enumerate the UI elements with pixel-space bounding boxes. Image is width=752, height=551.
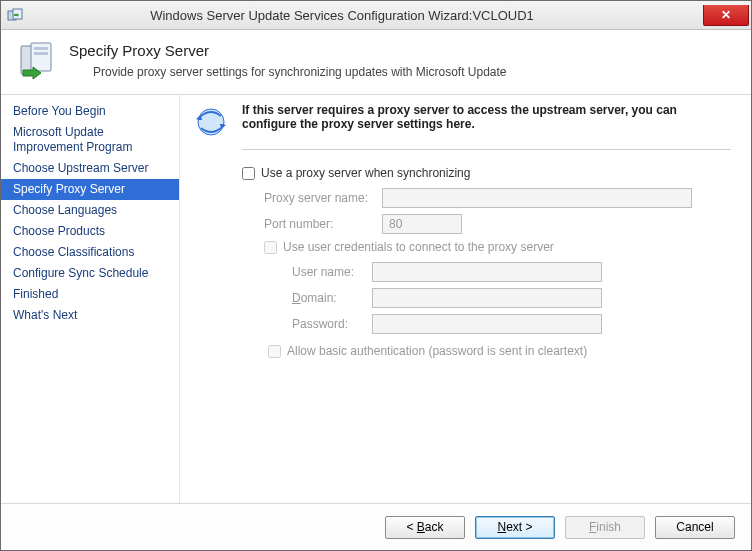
wizard-footer: < Back Next > Finish Cancel bbox=[1, 504, 751, 550]
close-icon: ✕ bbox=[721, 8, 731, 22]
step-choose-classifications[interactable]: Choose Classifications bbox=[1, 242, 179, 263]
cancel-button[interactable]: Cancel bbox=[655, 516, 735, 539]
header-icon bbox=[17, 40, 57, 80]
username-input[interactable] bbox=[372, 262, 602, 282]
divider bbox=[242, 149, 731, 150]
svg-rect-4 bbox=[34, 47, 48, 50]
use-creds-row: Use user credentials to connect to the p… bbox=[264, 240, 731, 254]
step-choose-languages[interactable]: Choose Languages bbox=[1, 200, 179, 221]
step-configure-sync[interactable]: Configure Sync Schedule bbox=[1, 263, 179, 284]
wizard-header: Specify Proxy Server Provide proxy serve… bbox=[1, 30, 751, 95]
password-input[interactable] bbox=[372, 314, 602, 334]
wizard-body: Before You Begin Microsoft Update Improv… bbox=[1, 95, 751, 504]
use-creds-label: Use user credentials to connect to the p… bbox=[283, 240, 554, 254]
window-title: Windows Server Update Services Configura… bbox=[29, 8, 703, 23]
proxy-form: Use a proxy server when synchronizing Pr… bbox=[242, 166, 731, 366]
use-proxy-label: Use a proxy server when synchronizing bbox=[261, 166, 470, 180]
allow-basic-checkbox[interactable] bbox=[268, 345, 281, 358]
titlebar: Windows Server Update Services Configura… bbox=[1, 1, 751, 30]
port-label: Port number: bbox=[264, 217, 382, 231]
wizard-steps-sidebar: Before You Begin Microsoft Update Improv… bbox=[1, 95, 180, 503]
step-whats-next[interactable]: What's Next bbox=[1, 305, 179, 326]
proxy-name-label: Proxy server name: bbox=[264, 191, 382, 205]
use-proxy-checkbox[interactable] bbox=[242, 167, 255, 180]
domain-row: Domain: bbox=[292, 288, 731, 308]
app-icon bbox=[7, 7, 23, 23]
proxy-settings-group: Proxy server name: Port number: Use user… bbox=[242, 188, 731, 358]
step-improvement-program[interactable]: Microsoft Update Improvement Program bbox=[1, 122, 179, 158]
password-label: Password: bbox=[292, 317, 372, 331]
credentials-group: Use user credentials to connect to the p… bbox=[264, 240, 731, 358]
page-title: Specify Proxy Server bbox=[69, 42, 507, 59]
allow-basic-row: Allow basic authentication (password is … bbox=[268, 344, 731, 358]
proxy-name-row: Proxy server name: bbox=[264, 188, 731, 208]
wizard-window: Windows Server Update Services Configura… bbox=[0, 0, 752, 551]
intro-row: If this server requires a proxy server t… bbox=[194, 103, 731, 139]
svg-rect-5 bbox=[34, 52, 48, 55]
page-subtitle: Provide proxy server settings for synchr… bbox=[93, 65, 507, 79]
step-choose-products[interactable]: Choose Products bbox=[1, 221, 179, 242]
password-row: Password: bbox=[292, 314, 731, 334]
use-proxy-row: Use a proxy server when synchronizing bbox=[242, 166, 731, 180]
intro-text: If this server requires a proxy server t… bbox=[242, 103, 731, 131]
username-row: User name: bbox=[292, 262, 731, 282]
step-specify-proxy[interactable]: Specify Proxy Server bbox=[1, 179, 179, 200]
back-button[interactable]: < Back bbox=[385, 516, 465, 539]
next-button[interactable]: Next > bbox=[475, 516, 555, 539]
allow-basic-label: Allow basic authentication (password is … bbox=[287, 344, 587, 358]
port-row: Port number: bbox=[264, 214, 731, 234]
sync-globe-icon bbox=[194, 105, 228, 139]
domain-input[interactable] bbox=[372, 288, 602, 308]
use-creds-checkbox[interactable] bbox=[264, 241, 277, 254]
step-before-you-begin[interactable]: Before You Begin bbox=[1, 101, 179, 122]
header-titles: Specify Proxy Server Provide proxy serve… bbox=[69, 40, 507, 79]
step-finished[interactable]: Finished bbox=[1, 284, 179, 305]
close-button[interactable]: ✕ bbox=[703, 5, 749, 26]
proxy-name-input[interactable] bbox=[382, 188, 692, 208]
wizard-main: If this server requires a proxy server t… bbox=[180, 95, 751, 503]
port-input[interactable] bbox=[382, 214, 462, 234]
step-choose-upstream[interactable]: Choose Upstream Server bbox=[1, 158, 179, 179]
username-label: User name: bbox=[292, 265, 372, 279]
finish-button[interactable]: Finish bbox=[565, 516, 645, 539]
domain-label: Domain: bbox=[292, 291, 372, 305]
